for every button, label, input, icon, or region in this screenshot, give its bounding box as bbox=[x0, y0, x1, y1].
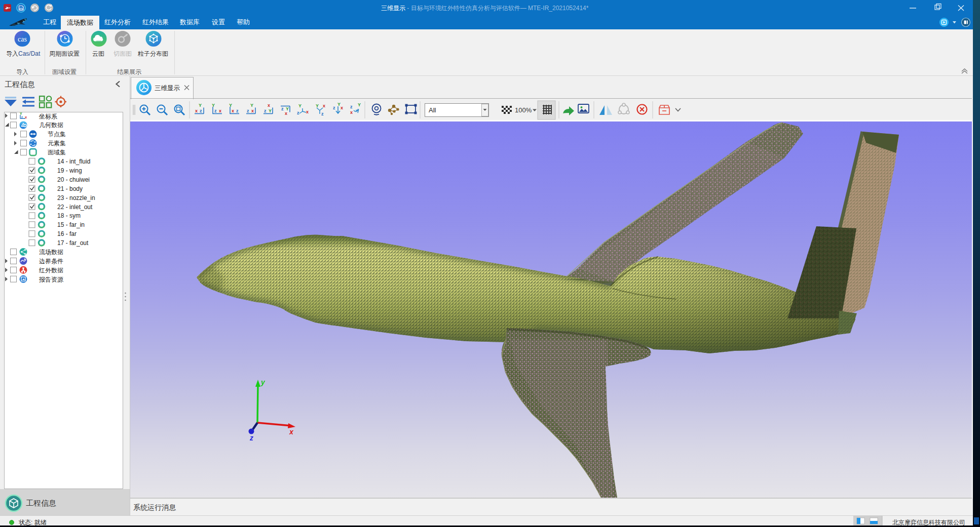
svg-text:红外数据: 红外数据 bbox=[39, 267, 63, 274]
svg-text:z: z bbox=[333, 105, 335, 110]
svg-text:20 - chuiwei: 20 - chuiwei bbox=[57, 176, 90, 183]
svg-text:状态: 就绪: 状态: 就绪 bbox=[18, 519, 47, 526]
svg-text:z: z bbox=[297, 110, 299, 115]
svg-text:Y: Y bbox=[337, 102, 341, 107]
svg-text:x: x bbox=[268, 103, 270, 108]
svg-text:坐标系: 坐标系 bbox=[39, 113, 57, 120]
svg-text:元素集: 元素集 bbox=[48, 140, 66, 147]
svg-text:x: x bbox=[341, 105, 343, 110]
svg-text:z: z bbox=[264, 108, 267, 113]
svg-text:23 - nozzle_in: 23 - nozzle_in bbox=[57, 194, 95, 201]
svg-text:z: z bbox=[249, 434, 253, 442]
svg-text:All: All bbox=[429, 106, 436, 114]
svg-text:22 - inlet_out: 22 - inlet_out bbox=[57, 204, 93, 211]
svg-text:x: x bbox=[195, 108, 198, 113]
svg-text:Y: Y bbox=[250, 103, 253, 108]
svg-text:15 - far_in: 15 - far_in bbox=[57, 221, 85, 228]
svg-text:16 - far: 16 - far bbox=[57, 230, 77, 237]
svg-text:x: x bbox=[232, 108, 234, 113]
svg-text:报告资源: 报告资源 bbox=[39, 276, 63, 283]
svg-text:Y: Y bbox=[212, 103, 215, 108]
svg-text:流场数据: 流场数据 bbox=[39, 249, 63, 256]
svg-text:14 - int_fluid: 14 - int_fluid bbox=[57, 158, 90, 165]
svg-text:三维显示: 三维显示 bbox=[155, 85, 180, 92]
svg-text:z: z bbox=[214, 108, 217, 113]
svg-text:z: z bbox=[350, 104, 353, 109]
svg-text:北京摩弈信息科技有限公司: 北京摩弈信息科技有限公司 bbox=[892, 519, 965, 526]
svg-text:100%: 100% bbox=[515, 106, 532, 114]
svg-text:面域集: 面域集 bbox=[48, 149, 66, 156]
svg-text:cas: cas bbox=[18, 35, 27, 43]
svg-text:边界条件: 边界条件 bbox=[39, 258, 63, 265]
svg-text:Y: Y bbox=[298, 103, 301, 108]
svg-text:几何数据: 几何数据 bbox=[39, 121, 63, 129]
svg-text:18 - sym: 18 - sym bbox=[57, 212, 81, 219]
svg-text:Y: Y bbox=[358, 102, 361, 107]
svg-text:x: x bbox=[289, 428, 294, 436]
svg-text:Y: Y bbox=[229, 103, 232, 108]
svg-text:工程信息: 工程信息 bbox=[26, 499, 56, 507]
svg-text:19 - wing: 19 - wing bbox=[57, 167, 82, 174]
svg-text:z: z bbox=[236, 108, 239, 113]
svg-text:x: x bbox=[251, 108, 254, 113]
svg-text:z: z bbox=[247, 108, 249, 113]
svg-text:17 - far_out: 17 - far_out bbox=[57, 239, 89, 247]
svg-text:x: x bbox=[306, 109, 309, 114]
svg-text:z: z bbox=[200, 108, 202, 113]
svg-text:Y: Y bbox=[316, 103, 319, 108]
svg-text:z: z bbox=[21, 115, 23, 119]
svg-text:节点集: 节点集 bbox=[48, 131, 66, 138]
svg-text:x: x bbox=[323, 103, 325, 108]
svg-text:x: x bbox=[219, 108, 221, 113]
svg-text:y: y bbox=[260, 378, 266, 386]
svg-text:z: z bbox=[281, 106, 284, 111]
svg-text:Y: Y bbox=[199, 103, 202, 108]
svg-text:Y: Y bbox=[269, 108, 272, 113]
svg-text:x: x bbox=[285, 111, 287, 116]
svg-text:21 - body: 21 - body bbox=[57, 185, 83, 192]
svg-text:z: z bbox=[321, 111, 324, 116]
svg-text:x: x bbox=[25, 115, 27, 119]
svg-text:x: x bbox=[350, 110, 353, 115]
